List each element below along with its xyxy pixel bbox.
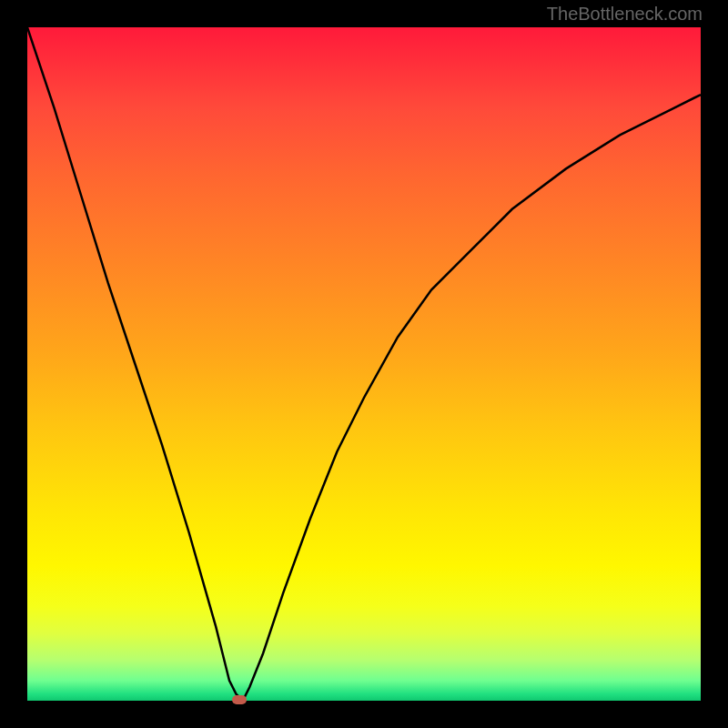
- curve-line: [27, 27, 701, 701]
- bottleneck-curve-chart: [27, 27, 701, 701]
- minimum-marker: [232, 695, 247, 704]
- watermark-text: TheBottleneck.com: [547, 4, 703, 25]
